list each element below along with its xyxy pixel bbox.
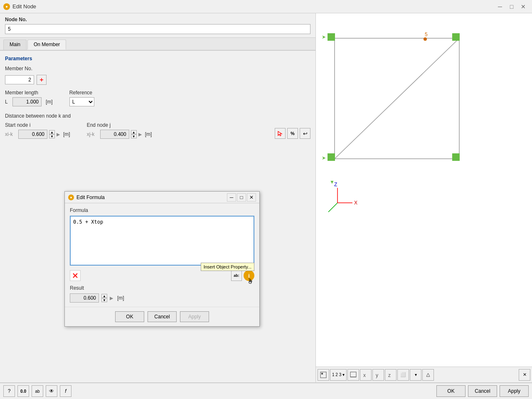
dialog-footer: OK Cancel Apply [65,307,259,326]
apply-button[interactable]: Apply [500,385,529,397]
member-no-btn[interactable] [37,75,47,85]
member-no-row: Member No. [5,66,310,71]
end-node-up[interactable]: ▲ [131,130,137,134]
start-node-input[interactable] [18,130,47,139]
distance-label: Distance between node k and [5,113,310,119]
end-node-sublabel: xj-k [87,131,99,137]
vp-btn-node-x[interactable]: x [360,369,372,381]
close-button[interactable]: ✕ [518,2,529,11]
svg-text:z: z [388,372,391,378]
node-no-section: Node No. [0,13,315,38]
vp-btn-settings[interactable]: ✕ [519,369,530,381]
delete-formula-btn[interactable] [70,270,81,281]
cursor-tool-btn[interactable] [275,128,286,139]
dialog-ok-button[interactable]: OK [115,311,144,322]
dialog-icon: ● [68,195,74,200]
dialog-minimize[interactable]: ─ [227,193,236,202]
member-no-input[interactable] [5,75,34,84]
percent-btn[interactable]: % [287,128,298,139]
result-down[interactable]: ▼ [101,298,107,302]
num-icon[interactable]: 0.0 [17,385,29,397]
vp-btn-node-z[interactable]: z [385,369,397,381]
ab-insert-btn[interactable]: ab: [231,270,242,281]
dialog-close[interactable]: ✕ [247,193,256,202]
z-label: Z [334,182,337,187]
parameters-title: Parameters [5,56,310,62]
handle-tl [328,33,335,41]
vp-btn-node-y[interactable]: y [372,369,384,381]
cancel-button[interactable]: Cancel [468,385,497,397]
start-node-sublabel: xi-k [5,131,17,137]
start-node-label: Start node i [5,122,70,128]
result-input[interactable] [70,293,99,303]
info-insert-btn[interactable]: i [244,270,254,281]
end-arrow-icon: ▶ [138,132,142,137]
member-length-unit: [m] [46,99,53,105]
end-node-label: End node j [87,122,152,128]
reference-select[interactable]: L x % [69,97,94,106]
node-no-input[interactable] [5,24,310,34]
arrow-left-bottom: ➤ [322,155,326,161]
vp-btn-3d[interactable] [422,369,434,381]
node-label: 5 [425,32,428,37]
dialog-cancel-button[interactable]: Cancel [148,311,177,322]
member-length-label: Member length [5,90,53,96]
svg-rect-2 [316,13,532,382]
arrow-left: ➤ [322,34,326,40]
member-length-row: L [m] [5,97,53,106]
tab-on-member[interactable]: On Member [27,39,66,50]
member-length-sublabel: L [5,99,10,105]
tab-main[interactable]: Main [3,39,27,50]
member-length-input[interactable] [12,97,42,106]
reference-label: Reference [69,90,103,96]
bottom-bar: ? 0.0 ab 👁 f OK Cancel Apply [0,382,532,399]
app-icon: ● [3,3,10,10]
vp-btn-render1[interactable]: ⬜ [397,369,409,381]
result-section: Result ▲ ▼ ▶ [m] [70,285,254,303]
help-btn[interactable]: ? [3,385,15,397]
dialog-title-bar: ● Edit Formula ─ □ ✕ [65,192,259,203]
handle-tr [452,33,460,41]
formula-textarea[interactable]: 0.5 + Xtop [70,216,254,266]
vp-btn-123[interactable]: 1 2 3 ▾ [330,369,347,381]
viewport-svg: 5 ➤ ➤ ▼ X Z [316,13,532,382]
minimize-button[interactable]: ─ [495,2,505,11]
formula-label: Formula [70,207,254,213]
node-point [424,37,427,41]
eye-icon[interactable]: 👁 [46,385,57,397]
svg-rect-5 [350,372,356,377]
member-no-label: Member No. [5,66,38,71]
start-node-up[interactable]: ▲ [49,130,55,134]
x-label: X [354,200,357,206]
end-node-input[interactable] [100,130,129,139]
vp-btn-view[interactable] [318,369,329,381]
svg-text:x: x [363,372,366,378]
end-node-unit: [m] [145,131,152,137]
formula-icon[interactable]: f [60,385,71,397]
svg-rect-4 [321,373,323,374]
start-arrow-icon: ▶ [57,132,60,137]
end-node-down[interactable]: ▼ [131,134,137,138]
node-no-label: Node No. [5,17,310,22]
start-node-unit: [m] [63,131,70,137]
right-panel: 5 ➤ ➤ ▼ X Z [316,13,532,382]
vp-btn-render2[interactable]: ▾ [410,369,421,381]
result-up[interactable]: ▲ [101,294,107,298]
start-node-down[interactable]: ▼ [49,134,55,138]
text-icon[interactable]: ab [32,385,43,397]
member-no-input-row [5,75,310,85]
result-label: Result [70,285,254,291]
maximize-button[interactable]: □ [506,2,517,11]
dialog-toolbar: ab: i [70,270,254,281]
insert-object-tooltip: Insert Object Property... [201,263,254,271]
result-unit: [m] [117,295,124,301]
viewport-toolbar: 1 2 3 ▾ x y z ⬜ ▾ ✕ [316,367,532,382]
ok-button[interactable]: OK [436,385,466,397]
tab-bar: Main On Member [0,38,315,51]
handle-br [452,153,460,161]
edit-formula-dialog: ● Edit Formula ─ □ ✕ Formula 0.5 + Xtop … [64,191,260,327]
dialog-apply-button[interactable]: Apply [180,311,209,322]
undo-btn[interactable]: ↩ [300,128,310,139]
vp-btn-display[interactable] [347,369,359,381]
dialog-restore[interactable]: □ [237,193,246,202]
